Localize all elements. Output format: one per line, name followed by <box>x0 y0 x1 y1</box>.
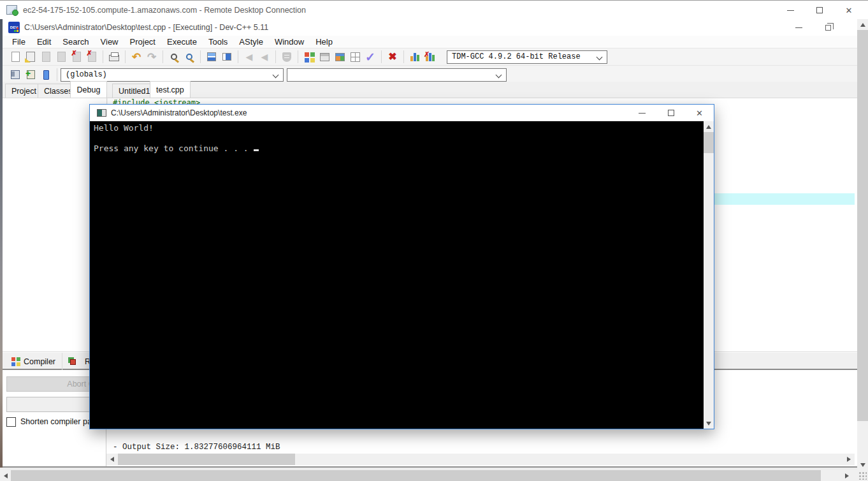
menu-file[interactable]: File <box>6 36 31 48</box>
add-watch-icon[interactable] <box>23 67 38 82</box>
console-close-button[interactable]: ✕ <box>685 105 714 121</box>
console-window: C:\Users\Administrator\Desktop\test.exe … <box>89 104 714 429</box>
shorten-paths-label: Shorten compiler path <box>20 417 98 426</box>
rdp-resize-corner[interactable] <box>852 470 868 481</box>
forward-nav-icon[interactable]: ◀ <box>257 49 272 64</box>
remove-icon[interactable]: ✖ <box>385 49 400 64</box>
chevron-down-icon <box>597 54 603 60</box>
scroll-down-icon[interactable] <box>704 418 714 429</box>
scroll-right-icon[interactable] <box>841 470 852 481</box>
close-project-icon[interactable] <box>347 49 363 64</box>
globals-value: (globals) <box>61 70 107 79</box>
chevron-down-icon <box>496 71 502 78</box>
devcpp-app-icon: DEV <box>8 22 20 33</box>
profile-stop-icon[interactable]: ✗ <box>423 49 438 64</box>
rdp-hscroll-thumb[interactable] <box>11 470 821 481</box>
rdp-client-window: ec2-54-175-152-105.compute-1.amazonaws.c… <box>0 0 868 481</box>
goto-definition-icon[interactable] <box>38 67 54 82</box>
open-file-icon[interactable] <box>23 49 38 64</box>
menu-edit[interactable]: Edit <box>31 36 57 48</box>
find-in-files-icon[interactable] <box>182 49 197 64</box>
rdp-minimize-button[interactable] <box>778 1 803 20</box>
find-icon[interactable] <box>166 49 182 64</box>
tab-compiler[interactable]: Compiler <box>5 353 62 370</box>
devcpp-titlebar: DEV C:\Users\Administrator\Desktop\test.… <box>3 19 857 36</box>
save-all-icon[interactable] <box>54 49 69 64</box>
shorten-paths-row: Shorten compiler path <box>6 416 98 427</box>
devcpp-restore-button[interactable] <box>817 19 839 36</box>
back-nav-icon[interactable]: ◀ <box>242 49 257 64</box>
devcpp-minimize-button[interactable] <box>788 19 809 36</box>
minimize-icon <box>795 27 802 28</box>
menu-project[interactable]: Project <box>124 36 161 48</box>
rdp-vscroll-thumb[interactable] <box>857 30 868 421</box>
rdp-close-button[interactable]: ✕ <box>836 1 862 20</box>
close-all-icon[interactable]: ✗ <box>84 49 99 64</box>
globals-select[interactable]: (globals) <box>61 68 284 82</box>
profile-icon[interactable] <box>407 49 423 64</box>
toolbar-separator <box>200 50 201 63</box>
members-select[interactable] <box>287 68 507 82</box>
menu-execute[interactable]: Execute <box>161 36 203 48</box>
toolbar-separator <box>238 50 238 63</box>
replace-icon[interactable] <box>204 49 219 64</box>
console-minimize-button[interactable] <box>628 105 656 121</box>
syntax-check-icon[interactable]: ✓ <box>363 49 378 64</box>
toolbar-separator <box>275 50 276 63</box>
compiler-tab-icon <box>11 357 15 361</box>
console-titlebar[interactable]: C:\Users\Administrator\Desktop\test.exe … <box>90 105 714 121</box>
print-icon[interactable] <box>106 49 122 64</box>
new-project-icon[interactable] <box>301 49 317 64</box>
compiler-tab-label: Compiler <box>24 357 55 366</box>
console-maximize-button[interactable] <box>656 105 685 121</box>
tab-debug[interactable]: Debug <box>70 81 107 98</box>
editor-tab-testcpp[interactable]: test.cpp <box>150 81 191 98</box>
console-cursor <box>254 149 259 151</box>
scroll-left-icon[interactable] <box>0 470 11 481</box>
console-output[interactable]: Hello World! Press any key to continue .… <box>90 121 714 429</box>
console-line-press: Press any key to continue . . . <box>94 144 714 154</box>
rdp-horizontal-scrollbar[interactable] <box>0 470 852 481</box>
rdp-connection-icon <box>6 5 17 15</box>
close-file-icon[interactable]: ✗ <box>69 49 84 64</box>
debug-shield-icon[interactable] <box>279 49 294 64</box>
new-file-icon[interactable] <box>8 49 23 64</box>
toolbar-separator <box>298 50 298 63</box>
menu-search[interactable]: Search <box>57 36 94 48</box>
console-scrollbar[interactable] <box>704 121 714 429</box>
menu-view[interactable]: View <box>95 36 124 48</box>
menu-tools[interactable]: Tools <box>203 36 233 48</box>
menu-help[interactable]: Help <box>310 36 338 48</box>
log-horizontal-scrollbar[interactable] <box>106 454 855 465</box>
console-press-text: Press any key to continue . . . <box>94 144 249 153</box>
redo-icon[interactable]: ↷ <box>144 49 159 64</box>
shorten-paths-checkbox[interactable] <box>6 417 16 427</box>
restore-icon <box>825 25 831 31</box>
rdp-titlebar: ec2-54-175-152-105.compute-1.amazonaws.c… <box>0 0 868 19</box>
goto-line-icon[interactable] <box>219 49 235 64</box>
resize-grip-icon <box>858 471 867 480</box>
rdp-vertical-scrollbar[interactable] <box>857 19 868 470</box>
toolbar-separator <box>381 50 382 63</box>
project-options-icon[interactable] <box>332 49 347 64</box>
scroll-up-icon[interactable] <box>704 121 714 132</box>
toolbar-separator <box>57 68 57 81</box>
save-icon[interactable] <box>38 49 54 64</box>
scroll-down-icon[interactable] <box>857 459 868 470</box>
menu-window[interactable]: Window <box>269 36 310 48</box>
tab-row: Project Classes Debug Untitled1 test.cpp <box>3 82 857 98</box>
open-project-icon[interactable] <box>317 49 332 64</box>
toolbar-separator <box>125 50 126 63</box>
log-scroll-thumb[interactable] <box>118 454 295 465</box>
compiler-profile-select[interactable]: TDM-GCC 4.9.2 64-bit Release <box>447 50 607 64</box>
scroll-right-icon[interactable] <box>843 454 855 465</box>
scroll-up-icon[interactable] <box>857 19 868 30</box>
toggle-bookmarks-icon[interactable] <box>8 67 23 82</box>
close-icon: ✕ <box>696 109 703 117</box>
console-scroll-thumb[interactable] <box>704 132 714 153</box>
undo-icon[interactable]: ↶ <box>129 49 144 64</box>
scroll-left-icon[interactable] <box>106 454 118 465</box>
maximize-icon <box>816 7 823 13</box>
rdp-maximize-button[interactable] <box>807 1 832 20</box>
menu-astyle[interactable]: AStyle <box>233 36 269 48</box>
